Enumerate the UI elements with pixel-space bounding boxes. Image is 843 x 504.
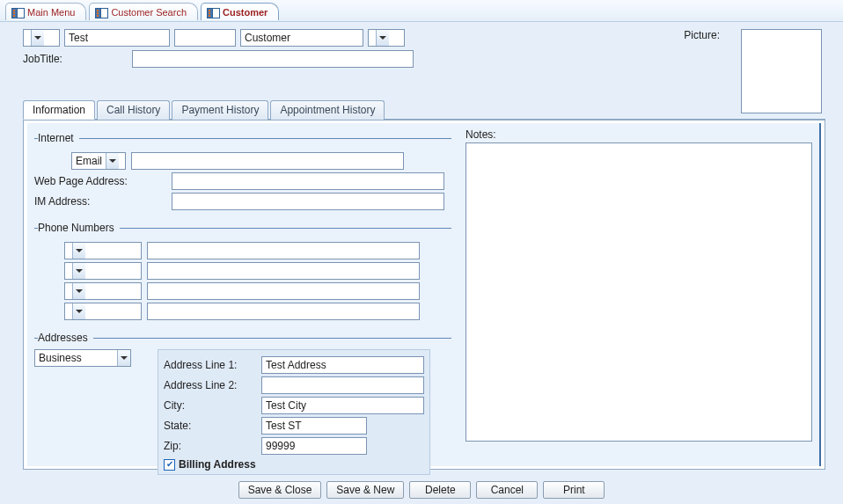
state-field[interactable]: Test ST: [261, 417, 367, 435]
form-icon: [11, 7, 24, 18]
form-icon: [207, 7, 219, 18]
phone-group: Phone Numbers: [34, 222, 451, 323]
zip-field[interactable]: 99999: [261, 437, 367, 455]
tab-customer-search[interactable]: Customer Search: [89, 3, 198, 20]
subtab-strip: Information Call History Payment History…: [23, 99, 825, 120]
window-tabstrip: Main Menu Customer Search Customer: [0, 0, 843, 20]
middle-name-field[interactable]: [174, 29, 236, 47]
city-field[interactable]: Test City: [261, 397, 424, 414]
chevron-down-icon[interactable]: [117, 350, 130, 366]
notes-textarea[interactable]: [465, 142, 812, 442]
cancel-button[interactable]: Cancel: [476, 481, 538, 499]
state-label: State:: [164, 420, 256, 432]
chevron-down-icon[interactable]: [31, 30, 44, 46]
save-new-button[interactable]: Save & New: [326, 481, 404, 499]
delete-button[interactable]: Delete: [409, 481, 471, 499]
email-field[interactable]: [131, 152, 404, 170]
tab-customer[interactable]: Customer: [201, 3, 279, 20]
form-area: Test Customer JobTitle: Picture: Informa…: [0, 21, 843, 504]
subtab-label: Information: [33, 104, 85, 116]
webpage-label: Web Page Address:: [34, 175, 166, 187]
address-type-dropdown[interactable]: Business: [34, 349, 131, 367]
phone-type-dropdown[interactable]: [64, 303, 142, 320]
first-name-field[interactable]: Test: [64, 29, 170, 47]
suffix-dropdown[interactable]: [368, 29, 405, 47]
picture-label: Picture:: [684, 29, 720, 41]
billing-address-checkbox[interactable]: ✔: [164, 459, 175, 471]
address-type-value: Business: [35, 352, 117, 364]
email-type-value: Email: [72, 155, 106, 167]
internet-group: Internet Email Web Page Address:: [34, 132, 451, 213]
im-field[interactable]: [172, 193, 444, 210]
btn-label: Print: [563, 484, 585, 496]
form-icon: [95, 7, 107, 18]
phone-number-field[interactable]: [147, 262, 420, 280]
phone-legend: Phone Numbers: [38, 222, 120, 234]
phone-type-dropdown[interactable]: [64, 262, 142, 280]
addr1-field[interactable]: Test Address: [261, 356, 424, 374]
chevron-down-icon[interactable]: [72, 303, 85, 319]
title-dropdown[interactable]: [23, 29, 60, 47]
city-label: City:: [164, 399, 256, 412]
email-type-dropdown[interactable]: Email: [71, 152, 126, 170]
addr1-value: Test Address: [266, 359, 326, 371]
city-value: Test City: [266, 399, 306, 412]
last-name-field[interactable]: Customer: [240, 29, 363, 47]
phone-type-dropdown[interactable]: [64, 242, 142, 259]
jobtitle-label: JobTitle:: [23, 53, 76, 65]
tab-label: Main Menu: [27, 7, 75, 18]
im-label: IM Address:: [34, 195, 166, 208]
addr1-label: Address Line 1:: [164, 359, 256, 371]
save-close-button[interactable]: Save & Close: [238, 481, 322, 499]
chevron-down-icon[interactable]: [72, 263, 85, 279]
chevron-down-icon[interactable]: [72, 283, 85, 299]
button-bar: Save & Close Save & New Delete Cancel Pr…: [0, 481, 843, 499]
billing-address-label: Billing Address: [179, 458, 256, 471]
chevron-down-icon[interactable]: [376, 30, 389, 46]
last-name-value: Customer: [245, 32, 290, 44]
addr2-field[interactable]: [261, 376, 424, 394]
subtab-call-history[interactable]: Call History: [97, 100, 170, 120]
chevron-down-icon[interactable]: [106, 153, 119, 169]
tab-label: Customer Search: [111, 7, 187, 18]
addresses-legend: Addresses: [38, 332, 93, 344]
phone-number-field[interactable]: [147, 303, 420, 320]
phone-number-field[interactable]: [147, 242, 420, 259]
information-panel: Internet Email Web Page Address:: [23, 120, 825, 470]
btn-label: Delete: [425, 484, 456, 496]
subtab-information[interactable]: Information: [23, 100, 95, 120]
subtab-payment-history[interactable]: Payment History: [172, 100, 268, 120]
tab-label: Customer: [223, 7, 268, 18]
zip-label: Zip:: [164, 440, 256, 452]
zip-value: 99999: [266, 440, 295, 452]
internet-legend: Internet: [38, 132, 79, 144]
phone-number-field[interactable]: [147, 282, 420, 300]
print-button[interactable]: Print: [543, 481, 605, 499]
addr2-label: Address Line 2:: [164, 379, 256, 391]
phone-type-dropdown[interactable]: [64, 282, 142, 300]
btn-label: Save & New: [336, 484, 394, 496]
subtab-appointment-history[interactable]: Appointment History: [270, 100, 385, 120]
addresses-group: Addresses Business Address Line 1:Test A…: [34, 332, 451, 475]
webpage-field[interactable]: [172, 172, 444, 190]
chevron-down-icon[interactable]: [72, 243, 85, 259]
btn-label: Save & Close: [248, 484, 312, 496]
tab-main-menu[interactable]: Main Menu: [5, 3, 86, 20]
state-value: Test ST: [266, 420, 302, 432]
subtab-label: Call History: [106, 104, 160, 116]
jobtitle-field[interactable]: [132, 50, 414, 68]
notes-label: Notes:: [465, 128, 812, 141]
subtab-label: Appointment History: [280, 104, 375, 116]
btn-label: Cancel: [491, 484, 524, 496]
subtab-label: Payment History: [181, 104, 259, 116]
first-name-value: Test: [69, 32, 88, 44]
